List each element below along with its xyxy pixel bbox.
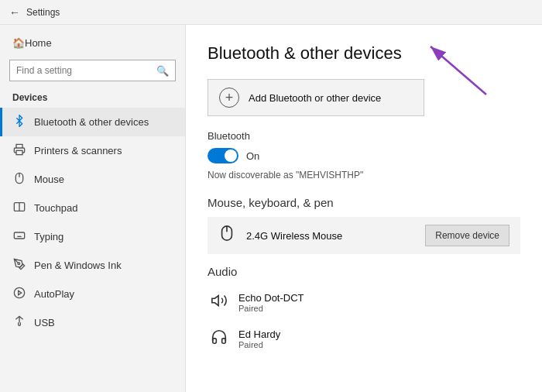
main-content: Bluetooth & other devices + Add Bluetoot… (186, 25, 542, 392)
plus-icon: + (219, 88, 239, 108)
printer-icon (12, 143, 26, 158)
ed-hardy-status: Paired (238, 340, 280, 349)
sidebar-item-touchpad-label: Touchpad (34, 202, 77, 214)
svg-marker-18 (212, 296, 218, 306)
add-device-button[interactable]: + Add Bluetooth or other device (208, 79, 424, 116)
search-icon[interactable]: 🔍 (156, 65, 169, 77)
ed-hardy-name: Ed Hardy (238, 328, 280, 340)
ed-hardy-item[interactable]: Ed Hardy Paired (208, 322, 520, 356)
app-body: 🏠 Home 🔍 Devices Bluetooth & other devic… (0, 25, 542, 392)
page-title: Bluetooth & other devices (208, 43, 520, 64)
echo-dot-status: Paired (238, 304, 304, 313)
bluetooth-toggle-row: On (208, 148, 520, 163)
mouse-icon (12, 172, 26, 187)
svg-rect-5 (14, 232, 24, 239)
home-label: Home (25, 37, 52, 49)
sidebar-item-bluetooth-label: Bluetooth & other devices (34, 116, 149, 128)
svg-rect-0 (16, 150, 22, 154)
sidebar-item-usb-label: USB (34, 317, 55, 328)
search-input[interactable] (16, 65, 156, 76)
echo-dot-info: Echo Dot-DCT Paired (238, 292, 304, 313)
discoverable-text: Now discoverable as "MEHVISHTHP" (208, 170, 520, 181)
title-bar: ← Settings (0, 0, 542, 25)
sidebar-item-typing[interactable]: Typing (0, 222, 185, 251)
sidebar-section-title: Devices (0, 89, 185, 108)
bluetooth-section-label: Bluetooth (208, 130, 520, 142)
sidebar-item-mouse-label: Mouse (34, 174, 64, 185)
bluetooth-toggle-state: On (246, 150, 259, 162)
sidebar: 🏠 Home 🔍 Devices Bluetooth & other devic… (0, 25, 186, 392)
sidebar-item-pen[interactable]: Pen & Windows Ink (0, 251, 185, 280)
sidebar-item-usb[interactable]: USB (0, 308, 185, 337)
mouse-device-name: 2.4G Wireless Mouse (246, 230, 414, 242)
sidebar-item-autoplay-label: AutoPlay (34, 288, 74, 300)
typing-icon (12, 229, 26, 244)
echo-dot-name: Echo Dot-DCT (238, 292, 304, 304)
headphones-icon (211, 328, 228, 349)
sidebar-item-bluetooth[interactable]: Bluetooth & other devices (0, 108, 185, 136)
sidebar-item-typing-label: Typing (34, 231, 63, 242)
usb-icon (12, 315, 26, 330)
sidebar-item-touchpad[interactable]: Touchpad (0, 194, 185, 222)
bluetooth-toggle[interactable] (208, 148, 238, 163)
add-device-wrapper: + Add Bluetooth or other device (208, 79, 424, 130)
sidebar-item-mouse[interactable]: Mouse (0, 165, 185, 194)
svg-point-11 (18, 263, 20, 265)
echo-dot-item[interactable]: Echo Dot-DCT Paired (208, 286, 520, 319)
sidebar-search-box: 🔍 (9, 60, 176, 81)
back-button[interactable]: ← (9, 6, 20, 19)
mouse-section-title: Mouse, keyboard, & pen (208, 196, 520, 209)
autoplay-icon (12, 287, 26, 301)
touchpad-icon (12, 201, 26, 215)
bluetooth-icon (12, 115, 26, 129)
sidebar-item-printers-label: Printers & scanners (34, 145, 122, 156)
sidebar-item-autoplay[interactable]: AutoPlay (0, 280, 185, 308)
mouse-device-item[interactable]: 2.4G Wireless Mouse Remove device (208, 217, 520, 254)
pen-icon (12, 258, 26, 273)
svg-point-12 (14, 287, 24, 297)
home-icon: 🏠 (12, 37, 25, 49)
sidebar-item-printers[interactable]: Printers & scanners (0, 136, 185, 165)
audio-section-title: Audio (208, 265, 520, 278)
sidebar-item-home[interactable]: 🏠 Home (0, 31, 185, 55)
title-bar-text: Settings (26, 7, 60, 18)
ed-hardy-info: Ed Hardy Paired (238, 328, 280, 349)
toggle-knob (225, 150, 237, 162)
add-device-label: Add Bluetooth or other device (249, 92, 381, 104)
mouse-device-icon (218, 225, 235, 246)
sidebar-item-pen-label: Pen & Windows Ink (34, 260, 122, 271)
svg-marker-13 (19, 291, 22, 294)
speaker-icon (211, 292, 228, 313)
remove-device-button[interactable]: Remove device (425, 225, 509, 246)
